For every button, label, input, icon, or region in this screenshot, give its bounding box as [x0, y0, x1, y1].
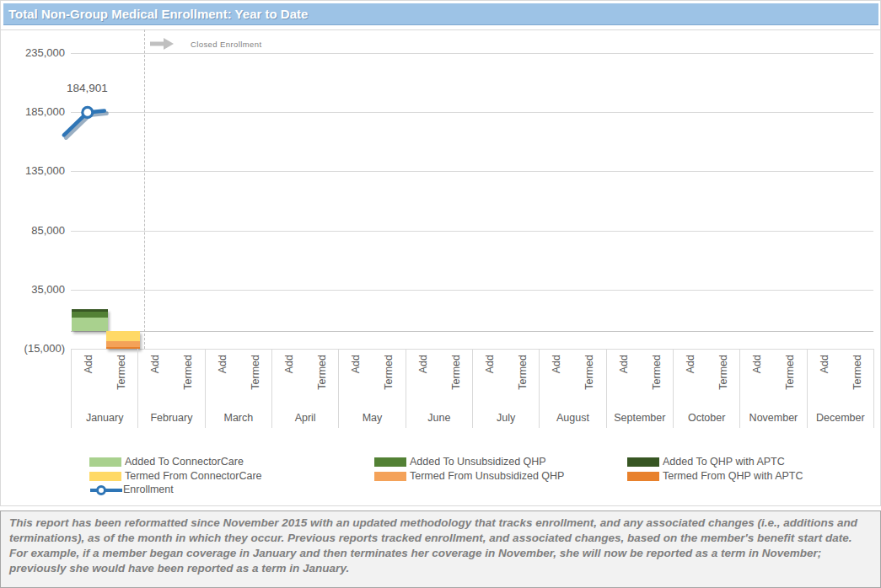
month-group: AddTermedMay [339, 349, 406, 428]
y-tick-label: 35,000 [1, 283, 65, 296]
month-label: December [808, 412, 873, 424]
x-label-add: Add [417, 355, 430, 407]
x-label-termed: Termed [250, 355, 262, 407]
legend-swatch [89, 457, 121, 467]
legend-label: Added To ConnectorCare [125, 456, 244, 468]
x-label-add: Add [283, 355, 296, 407]
plot-area [71, 29, 873, 349]
x-label-add: Add [350, 355, 363, 407]
legend-label: Termed From ConnectorCare [125, 470, 262, 482]
y-tick-label: 135,000 [1, 164, 65, 177]
legend-label: Termed From QHP with APTC [663, 470, 803, 482]
legend-swatch [374, 457, 406, 467]
x-axis-zero-line [71, 331, 873, 332]
x-label-termed: Termed [651, 355, 663, 407]
legend-swatch [89, 472, 121, 481]
enrollment-chart-card: Total Non-Group Medical Enrollment: Year… [0, 0, 881, 506]
right-arrow-icon [149, 37, 175, 51]
closed-enrollment-label: Closed Enrollment [191, 40, 261, 49]
x-label-termed: Termed [383, 355, 395, 407]
legend-swatch [627, 457, 659, 467]
y-axis: 235,000185,000135,00085,00035,000(15,000… [1, 29, 65, 349]
month-group: AddTermedSeptember [607, 349, 674, 428]
x-label-add: Add [819, 355, 831, 407]
closed-enrollment-dashed-line [144, 29, 145, 349]
x-label-termed: Termed [583, 355, 596, 407]
enrollment-line [71, 29, 873, 349]
month-group: AddTermedJuly [473, 349, 540, 428]
gridline [71, 231, 873, 232]
month-label: September [607, 412, 673, 424]
gridline [71, 53, 873, 54]
x-label-termed: Termed [717, 355, 730, 407]
month-group: AddTermedAugust [540, 349, 606, 428]
x-label-termed: Termed [182, 355, 195, 407]
x-label-add: Add [484, 355, 497, 407]
month-label: August [540, 412, 605, 424]
bar-segment-termed-from-connectorcare [106, 331, 140, 341]
y-tick-label: (15,000) [1, 342, 65, 355]
x-label-termed: Termed [784, 355, 797, 407]
legend-item: Added To Unsubsidized QHP [374, 454, 546, 466]
month-label: November [740, 412, 806, 424]
month-label: March [206, 412, 271, 424]
legend-swatch [374, 472, 406, 481]
x-label-add: Add [685, 355, 697, 407]
x-label-add: Add [217, 355, 229, 407]
chart-title: Total Non-Group Medical Enrollment: Year… [3, 3, 878, 25]
legend-swatch [627, 472, 659, 481]
legend-item: Added To ConnectorCare [89, 454, 244, 466]
add-bar [72, 309, 108, 331]
legend-label: Termed From Unsubsidized QHP [410, 470, 564, 482]
legend-label: Enrollment [123, 484, 174, 495]
y-tick-label: 235,000 [1, 46, 65, 59]
month-label: May [339, 412, 405, 424]
month-group: AddTermedOctober [674, 349, 740, 428]
x-label-add: Add [551, 355, 563, 407]
legend-item: Termed From Unsubsidized QHP [374, 468, 564, 480]
legend-item: Added To QHP with APTC [627, 454, 785, 466]
month-group: AddTermedNovember [740, 349, 807, 428]
y-tick-label: 185,000 [1, 105, 65, 118]
y-tick-label: 85,000 [1, 224, 65, 237]
bar-segment-termed-from-unsubsidized-qhp [106, 341, 140, 347]
month-label: February [138, 412, 204, 424]
bar-segment-added-to-connectorcare [72, 318, 108, 330]
legend-item: Enrollment [89, 482, 174, 494]
termed-bar [106, 331, 140, 349]
methodology-note: This report has been reformatted since N… [0, 510, 881, 588]
gridline [71, 112, 873, 113]
month-label: June [406, 412, 472, 424]
x-label-termed: Termed [517, 355, 529, 407]
month-group: AddTermedFebruary [138, 349, 205, 428]
month-group: AddTermedJanuary [72, 349, 138, 428]
enrollment-data-label: 184,901 [67, 82, 108, 94]
month-group: AddTermedDecember [808, 349, 874, 428]
x-label-add: Add [83, 355, 95, 407]
enrollment-line-marker-icon [89, 484, 123, 496]
month-group: AddTermedJune [406, 349, 473, 428]
legend-label: Added To Unsubsidized QHP [410, 456, 546, 468]
x-label-add: Add [149, 355, 162, 407]
legend-item: Termed From ConnectorCare [89, 468, 262, 480]
x-label-termed: Termed [316, 355, 329, 407]
month-group: AddTermedApril [272, 349, 339, 428]
month-label: October [674, 412, 739, 424]
gridline [71, 290, 873, 291]
x-label-termed: Termed [115, 355, 128, 407]
month-label: April [272, 412, 338, 424]
month-group: AddTermedMarch [206, 349, 272, 428]
x-label-termed: Termed [851, 355, 864, 407]
bar-segment-added-to-unsubsidized-qhp [72, 312, 108, 318]
x-label-add: Add [618, 355, 631, 407]
gridline [71, 171, 873, 172]
x-label-termed: Termed [450, 355, 463, 407]
legend-label: Added To QHP with APTC [663, 456, 785, 468]
legend-item: Termed From QHP with APTC [627, 468, 803, 480]
x-label-add: Add [751, 355, 764, 407]
month-label: July [473, 412, 539, 424]
month-label: January [72, 412, 137, 424]
x-axis: AddTermedJanuaryAddTermedFebruaryAddTerm… [71, 349, 873, 428]
